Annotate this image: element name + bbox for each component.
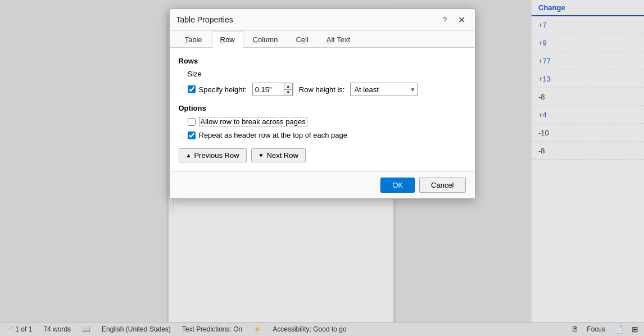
- tab-cell-label: e: [301, 35, 305, 44]
- height-input-wrap: ▲ ▼: [252, 83, 293, 96]
- allow-break-label: Allow row to break across pages: [199, 117, 307, 126]
- next-row-button[interactable]: ▼ Next Row: [251, 148, 306, 162]
- tab-row-label: R: [220, 35, 225, 44]
- specify-height-checkbox[interactable]: [188, 85, 196, 93]
- dialog-tabs: Table Row Column Cell Alt Text: [170, 31, 475, 48]
- dialog-titlebar: Table Properties ? ✕: [170, 9, 475, 31]
- next-row-label: Next Row: [267, 151, 298, 160]
- tab-alt-text[interactable]: Alt Text: [318, 31, 359, 48]
- prev-arrow-icon: ▲: [186, 152, 192, 158]
- previous-row-label: Previous Row: [194, 151, 239, 160]
- repeat-header-option: Repeat as header row at the top of each …: [188, 131, 466, 139]
- specify-height-text: Specify height:: [199, 85, 247, 94]
- row-height-is-label: Row height is:: [299, 85, 345, 94]
- options-section: Options Allow row to break across pages …: [179, 104, 466, 139]
- dialog-footer: OK Cancel: [170, 171, 475, 198]
- tab-cell[interactable]: Cell: [287, 31, 316, 48]
- row-height-select-wrap: At least Exactly ▼: [350, 83, 418, 96]
- tab-column[interactable]: Column: [244, 31, 287, 48]
- dialog-title: Table Properties: [176, 15, 233, 24]
- size-label: Size: [188, 70, 466, 78]
- height-spinner: ▲ ▼: [284, 83, 293, 96]
- dialog-close-button[interactable]: ✕: [456, 13, 468, 26]
- row-height-select[interactable]: At least Exactly: [350, 83, 418, 96]
- spinner-up[interactable]: ▲: [284, 83, 293, 89]
- tab-column-label: C: [253, 35, 258, 44]
- options-section-label: Options: [179, 104, 466, 112]
- specify-height-label[interactable]: Specify height:: [188, 85, 247, 94]
- rows-section-label: Rows: [179, 57, 466, 65]
- tab-row[interactable]: Row: [212, 31, 243, 48]
- size-row: Specify height: ▲ ▼ Row height is: At le…: [188, 83, 466, 96]
- cancel-button[interactable]: Cancel: [419, 178, 465, 193]
- tab-table[interactable]: Table: [176, 31, 211, 48]
- nav-buttons: ▲ Previous Row ▼ Next Row: [179, 148, 466, 162]
- next-arrow-icon: ▼: [258, 152, 264, 158]
- previous-row-button[interactable]: ▲ Previous Row: [179, 148, 247, 162]
- dialog-help-button[interactable]: ?: [439, 13, 451, 26]
- dialog-controls: ? ✕: [439, 13, 468, 26]
- dialog-body: Rows Size Specify height: ▲ ▼ Row height…: [170, 48, 475, 171]
- table-properties-dialog: Table Properties ? ✕ Table Row Column Ce…: [169, 8, 475, 199]
- allow-break-checkbox[interactable]: [188, 118, 196, 126]
- repeat-header-label: Repeat as header row at the top of each …: [199, 131, 348, 139]
- allow-break-option: Allow row to break across pages: [188, 117, 466, 126]
- ok-button[interactable]: OK: [380, 178, 415, 193]
- dialog-overlay: Table Properties ? ✕ Table Row Column Ce…: [0, 0, 644, 336]
- repeat-header-checkbox[interactable]: [188, 131, 196, 139]
- height-input[interactable]: [253, 83, 284, 96]
- spinner-down[interactable]: ▼: [284, 89, 293, 96]
